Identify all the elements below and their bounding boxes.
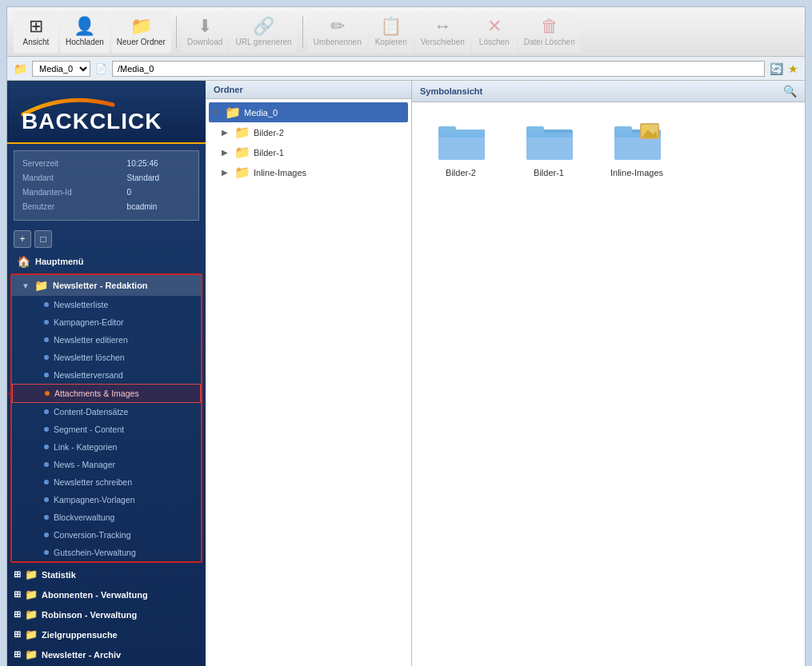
datei-loeschen-icon: 🗑 <box>541 18 558 35</box>
serverzeit-value: 10:25:46 <box>127 158 190 170</box>
symbol-view: Symbolansicht 🔍 <box>412 81 805 666</box>
loeschen-icon: ✕ <box>487 18 502 35</box>
sidebar-edit-button[interactable]: □ <box>34 230 52 248</box>
benutzer-label: Benutzer <box>22 201 126 213</box>
mandant-label: Mandant <box>22 172 126 185</box>
sidebar-item-newsletter-archiv[interactable]: ⊞ 📁 Newsletter - Archiv <box>7 644 206 664</box>
sidebar-item-robinson[interactable]: ⊞ 📁 Robinson - Verwaltung <box>7 604 206 624</box>
archiv-label: Newsletter - Archiv <box>42 650 121 660</box>
umbenennen-button[interactable]: ✏ Umbenennen <box>308 11 367 53</box>
sidebar-item-news-manager[interactable]: News - Manager <box>12 456 201 473</box>
sidebar-item-newsletterliste[interactable]: Newsletterliste <box>12 296 201 313</box>
sub-dot-newsletter-loeschen <box>44 355 49 360</box>
verschieben-label: Verschieben <box>421 38 465 46</box>
attachments-label: Attachments & Images <box>54 389 139 398</box>
svg-point-17 <box>643 126 648 131</box>
sidebar-item-newsletter-schreiben[interactable]: Newsletter schreiben <box>12 473 201 491</box>
sidebar-item-newsletter-loeschen[interactable]: Newsletter löschen <box>12 349 201 366</box>
sidebar-item-newsletter-redaktion[interactable]: ▼ 📁 Newsletter - Redaktion <box>12 275 201 296</box>
file-icon-bilder2[interactable]: Bilder-2 <box>425 115 497 184</box>
file-area: Ordner ▼ 📁 Media_0 ▶ 📁 <box>206 81 805 666</box>
file-icon-inline-images[interactable]: Inline-Images <box>601 115 673 184</box>
robinson-folder-icon: 📁 <box>25 608 38 620</box>
benutzer-value: bcadmin <box>127 201 190 213</box>
sub-dot-segment <box>44 427 49 432</box>
sidebar-item-gutschein-verwaltung[interactable]: Gutschein-Verwaltung <box>12 544 201 561</box>
inner-container: ⊞ Ansicht 👤 Hochladen 📁 Neuer Ordner ⬇ D… <box>6 6 806 666</box>
kopieren-label: Kopieren <box>375 38 407 46</box>
datei-loeschen-button[interactable]: 🗑 Datei Löschen <box>518 11 581 53</box>
verschieben-button[interactable]: ↔ Verschieben <box>415 11 470 53</box>
svg-rect-5 <box>438 133 485 138</box>
hauptmenu-label: Hauptmenü <box>35 257 84 266</box>
ansicht-button[interactable]: ⊞ Ansicht <box>14 11 58 53</box>
newsletter-schreiben-label: Newsletter schreiben <box>54 477 132 487</box>
zielgruppen-folder-icon: 📁 <box>25 628 38 640</box>
sidebar-item-kampagnen-vorlagen[interactable]: Kampagnen-Vorlagen <box>12 491 201 508</box>
url-generieren-button[interactable]: 🔗 URL generieren <box>230 11 297 53</box>
inline-images-label: Inline-Images <box>610 168 663 177</box>
sidebar-item-newsletter-editieren[interactable]: Newsletter editieren <box>12 331 201 349</box>
mandanten-id-label: Mandanten-Id <box>22 186 126 199</box>
tree-item-media0[interactable]: ▼ 📁 Media_0 <box>209 102 408 122</box>
sidebar-item-abonnenten[interactable]: ⊞ 📁 Abonnenten - Verwaltung <box>7 584 206 604</box>
kopieren-button[interactable]: 📋 Kopieren <box>369 11 414 53</box>
kampagnen-editor-label: Kampagnen-Editor <box>54 317 124 327</box>
bookmark-icon[interactable]: ★ <box>788 62 798 75</box>
umbenennen-icon: ✏ <box>330 18 345 35</box>
tree-folder-bilder2-icon: 📁 <box>234 125 250 140</box>
sub-dot-gutschein <box>44 550 49 555</box>
neuer-ordner-icon: 📁 <box>130 18 152 35</box>
sidebar-item-link-kategorien[interactable]: Link - Kategorien <box>12 438 201 456</box>
newsletter-expand-icon: ▼ <box>22 281 30 290</box>
sidebar-item-attachments-images[interactable]: Attachments & Images <box>12 384 201 403</box>
url-icon: 🔗 <box>253 18 274 35</box>
sub-dot-schreiben <box>44 480 49 485</box>
toolbar-sep-1 <box>176 16 177 48</box>
abonnenten-expand: ⊞ <box>14 589 21 600</box>
sidebar-item-conversion-tracking[interactable]: Conversion-Tracking <box>12 526 201 544</box>
loeschen-button[interactable]: ✕ Löschen <box>472 11 517 53</box>
sidebar-item-hauptmenu[interactable]: 🏠 Hauptmenü <box>7 251 206 272</box>
gutschein-label: Gutschein-Verwaltung <box>54 548 136 557</box>
newsletter-section-border: ▼ 📁 Newsletter - Redaktion Newsletterlis… <box>10 273 202 563</box>
tree-item-inline-images[interactable]: ▶ 📁 Inline-Images <box>209 162 408 182</box>
path-input[interactable] <box>112 61 765 77</box>
tree-item-bilder1[interactable]: ▶ 📁 Bilder-1 <box>209 142 408 162</box>
sidebar-item-segment-content[interactable]: Segment - Content <box>12 421 201 438</box>
right-panel: Ordner ▼ 📁 Media_0 ▶ 📁 <box>206 81 805 666</box>
folder-select[interactable]: Media_0 <box>32 61 90 77</box>
sidebar-item-content-datensaetze[interactable]: Content-Datensätze <box>12 403 201 421</box>
tree-expand-bilder1: ▶ <box>222 148 231 157</box>
inline-images-folder-graphic <box>613 122 661 163</box>
svg-text:BACKCLICK: BACKCLICK <box>22 109 162 133</box>
verschieben-icon: ↔ <box>434 18 451 35</box>
datei-loeschen-label: Datei Löschen <box>524 38 575 46</box>
zoom-icon[interactable]: 🔍 <box>783 85 797 98</box>
ansicht-icon: ⊞ <box>29 18 43 35</box>
download-icon: ⬇ <box>198 18 212 35</box>
sidebar-item-kampagnen-editor[interactable]: Kampagnen-Editor <box>12 313 201 331</box>
tree-item-bilder2[interactable]: ▶ 📁 Bilder-2 <box>209 122 408 142</box>
hochladen-button[interactable]: 👤 Hochladen <box>60 11 110 53</box>
sidebar: BACKCLICK Serverzeit 10:25:46 Mandant <box>7 81 206 666</box>
symbol-content: Bilder-2 <box>412 102 805 666</box>
blockverwaltung-label: Blockverwaltung <box>54 512 114 522</box>
sub-dot-content <box>44 409 49 414</box>
kampagnen-vorlagen-label: Kampagnen-Vorlagen <box>54 495 135 504</box>
main-area: BACKCLICK Serverzeit 10:25:46 Mandant <box>7 81 805 666</box>
sidebar-item-newsletterversand[interactable]: Newsletterversand <box>12 366 201 384</box>
neuer-ordner-button[interactable]: 📁 Neuer Ordner <box>111 11 171 53</box>
sidebar-item-zielgruppen[interactable]: ⊞ 📁 Zielgruppensuche <box>7 624 206 644</box>
logo-area: BACKCLICK <box>7 81 206 144</box>
loeschen-label: Löschen <box>479 38 510 46</box>
sidebar-add-button[interactable]: + <box>14 230 31 248</box>
download-button[interactable]: ⬇ Download <box>182 11 228 53</box>
hochladen-label: Hochladen <box>66 38 104 46</box>
segment-content-label: Segment - Content <box>54 425 124 434</box>
file-icon-bilder1[interactable]: Bilder-1 <box>513 115 585 184</box>
app-container: ⊞ Ansicht 👤 Hochladen 📁 Neuer Ordner ⬇ D… <box>0 0 812 666</box>
sidebar-item-blockverwaltung[interactable]: Blockverwaltung <box>12 508 201 526</box>
sidebar-item-statistik[interactable]: ⊞ 📁 Statistik <box>7 564 206 584</box>
refresh-icon[interactable]: 🔄 <box>770 62 783 75</box>
